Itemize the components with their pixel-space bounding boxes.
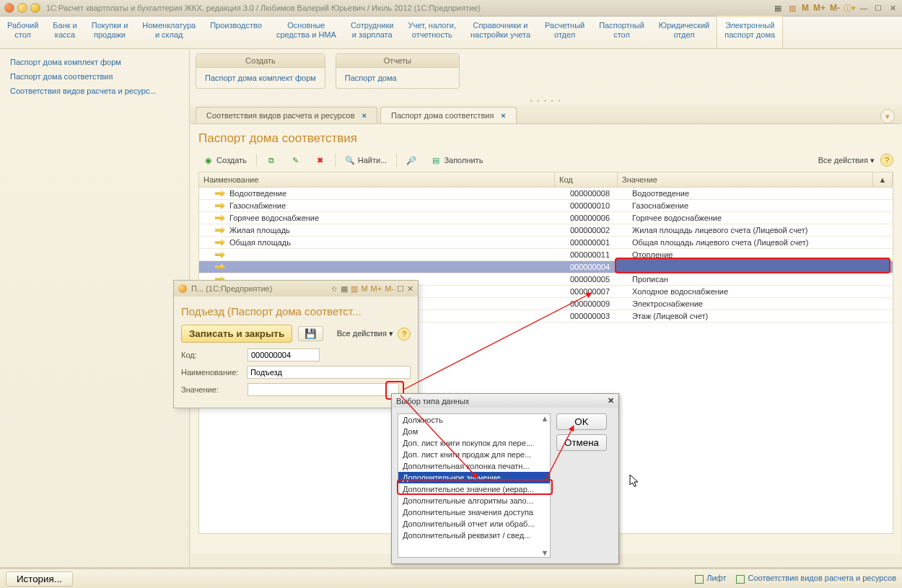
col-header-value[interactable]: Значение <box>618 172 873 187</box>
calendar-icon[interactable]: ▥ <box>351 284 358 294</box>
calc-icon[interactable]: ▦ <box>773 3 783 13</box>
menu-desktop[interactable]: Рабочийстол <box>0 17 45 48</box>
dialog-all-actions[interactable]: Все действия ▾ <box>337 329 393 338</box>
cell-value: Этаж (Лицевой счет) <box>628 310 893 322</box>
table-row[interactable]: Общая площадь000000001Общая площадь лице… <box>199 237 893 249</box>
calendar-icon[interactable]: ▥ <box>787 3 797 13</box>
scroll-up-icon[interactable]: ▲ <box>873 172 893 187</box>
window-close-icon[interactable]: ✕ <box>888 3 898 13</box>
find-button[interactable]: 🔍Найти... <box>340 153 393 167</box>
table-row[interactable]: Газоснабжение000000010Газоснабжение <box>199 200 893 212</box>
menu-assets[interactable]: Основныесредства и НМА <box>269 17 343 48</box>
nav-link-correspondence[interactable]: Паспорт дома соответствия <box>10 69 183 84</box>
help-icon[interactable]: ? <box>880 154 893 167</box>
cancel-button[interactable]: Отмена <box>556 434 607 451</box>
tab-close-icon[interactable]: × <box>362 111 367 120</box>
create-button[interactable]: ◉Создать <box>198 153 252 167</box>
tab-close-icon[interactable]: × <box>501 111 505 120</box>
tabs-dropdown-icon[interactable]: ▾ <box>880 109 895 123</box>
scroll-down-icon[interactable]: ▼ <box>540 548 550 557</box>
col-header-name[interactable]: Наименование <box>199 172 555 187</box>
menu-passport-dept[interactable]: Паспортныйстол <box>592 17 652 48</box>
menu-epassport[interactable]: Электронныйпаспорт дома <box>717 16 783 48</box>
memory-m[interactable]: M <box>802 3 809 13</box>
row-icon <box>215 227 225 234</box>
list-item[interactable]: Дополнительные значения доступа <box>398 506 550 518</box>
menu-purchases[interactable]: Покупки ипродажи <box>84 17 136 48</box>
menu-bank[interactable]: Банк икасса <box>45 17 84 48</box>
cell-name: Водоотведение <box>229 189 286 198</box>
dialog-max-icon[interactable]: ☐ <box>397 284 404 294</box>
memory-m-plus[interactable]: M+ <box>813 3 826 13</box>
list-item[interactable]: Дополнительные алгоритмы запо... <box>398 495 550 506</box>
table-row[interactable]: Водоотведение000000008Водоотведение <box>199 188 893 200</box>
list-item[interactable]: Доп. лист книги продаж для пере... <box>398 449 550 460</box>
menu-calc-dept[interactable]: Расчетныйотдел <box>538 17 592 48</box>
window-min-icon[interactable]: — <box>859 3 869 13</box>
history-button[interactable]: История... <box>6 571 73 587</box>
menu-production[interactable]: Производство <box>203 17 269 48</box>
cell-name: Жилая площадь <box>229 226 290 234</box>
value-field[interactable] <box>248 383 399 396</box>
menu-employees[interactable]: Сотрудникии зарплата <box>343 17 401 48</box>
cell-code: 000000002 <box>566 224 628 236</box>
name-field[interactable] <box>247 366 411 379</box>
info-icon[interactable]: ⓘ▾ <box>844 3 854 13</box>
dialog-title-text: П... (1С:Предприятие) <box>191 284 272 293</box>
list-item[interactable]: Дополнительная колонка печатн... <box>398 460 550 472</box>
fill-button[interactable]: ▤Заполнить <box>426 153 488 167</box>
panel-reports-link[interactable]: Паспорт дома <box>336 68 459 88</box>
menu-taxes[interactable]: Учет, налоги,отчетность <box>400 17 463 48</box>
type-select-title-bar[interactable]: Выбор типа данных ✕ <box>392 394 618 408</box>
fill-icon: ▤ <box>431 155 441 165</box>
save-close-button[interactable]: Записать и закрыть <box>181 325 292 343</box>
menu-refs[interactable]: Справочники инастройки учета <box>463 17 538 48</box>
menu-nomenclature[interactable]: Номенклатураи склад <box>135 17 203 48</box>
nav-link-forms[interactable]: Паспорт дома комплект форм <box>10 55 183 69</box>
memory-m-minus[interactable]: M- <box>830 3 840 13</box>
code-field[interactable] <box>248 348 320 361</box>
calc-icon[interactable]: ▦ <box>341 284 348 294</box>
memory-m[interactable]: M <box>361 284 367 293</box>
ok-button[interactable]: OK <box>556 413 607 430</box>
memory-m-plus[interactable]: M+ <box>371 284 382 293</box>
type-select-close-icon[interactable]: ✕ <box>608 396 614 405</box>
menu-legal-dept[interactable]: Юридическийотдел <box>652 17 717 48</box>
delete-button[interactable]: ✖ <box>310 153 330 167</box>
cell-value: Горячее водоснабжение <box>628 212 893 224</box>
memory-m-minus[interactable]: M- <box>385 284 394 293</box>
nav-link-calc-resources[interactable]: Соответствия видов расчета и ресурс... <box>10 84 183 98</box>
dialog-close-icon[interactable]: ✕ <box>407 284 413 294</box>
save-button[interactable]: 💾 <box>298 326 323 341</box>
list-item[interactable]: Дом <box>398 426 550 437</box>
edit-button[interactable]: ✎ <box>286 153 306 167</box>
window-max-icon[interactable]: ☐ <box>873 3 883 13</box>
list-item[interactable]: Дополнительный отчет или обраб... <box>398 518 550 530</box>
dialog-title-bar[interactable]: П... (1С:Предприятие) ☆ ▦ ▥ M M+ M- ☐ ✕ <box>174 281 418 297</box>
table-row[interactable]: Горячее водоснабжение000000006Горячее во… <box>199 212 893 224</box>
status-calc-resources-link[interactable]: Соответствия видов расчета и ресурсов <box>736 574 896 583</box>
list-item[interactable]: Доп. лист книги покупок для пере... <box>398 437 550 449</box>
list-item[interactable]: Дополнительный реквизит / свед... <box>398 530 550 541</box>
col-header-code[interactable]: Код <box>555 172 618 187</box>
help-icon[interactable]: ? <box>398 328 411 341</box>
tab-passport-correspondence[interactable]: Паспорт дома соответствия × <box>380 107 517 123</box>
close-window-dot[interactable] <box>4 3 14 13</box>
list-item[interactable]: Дополнительное значение <box>398 472 550 483</box>
type-list[interactable]: ▲ ▼ ДолжностьДомДоп. лист книги покупок … <box>398 413 551 558</box>
list-item[interactable]: Должность <box>398 414 550 426</box>
splitter-handle[interactable]: • • • • • <box>190 97 902 105</box>
scroll-up-icon[interactable]: ▲ <box>540 414 550 423</box>
minimize-window-dot[interactable] <box>17 3 27 13</box>
status-lift-link[interactable]: Лифт <box>695 574 726 583</box>
list-item[interactable]: Дополнительное значение (иерар... <box>398 483 550 495</box>
all-actions-link[interactable]: Все действия ▾ <box>818 156 875 165</box>
tab-calc-resources[interactable]: Соответствия видов расчета и ресурсов × <box>196 107 377 123</box>
panel-create-link[interactable]: Паспорт дома комплект форм <box>196 68 325 88</box>
copy-button[interactable]: ⧉ <box>261 153 281 167</box>
table-row[interactable]: Жилая площадь000000002Жилая площадь лице… <box>199 224 893 237</box>
favorite-icon[interactable]: ☆ <box>330 284 338 294</box>
clear-search-button[interactable]: 🔎 <box>401 153 421 167</box>
cell-value: Прописан <box>628 273 893 285</box>
favorite-dot[interactable] <box>30 3 40 13</box>
